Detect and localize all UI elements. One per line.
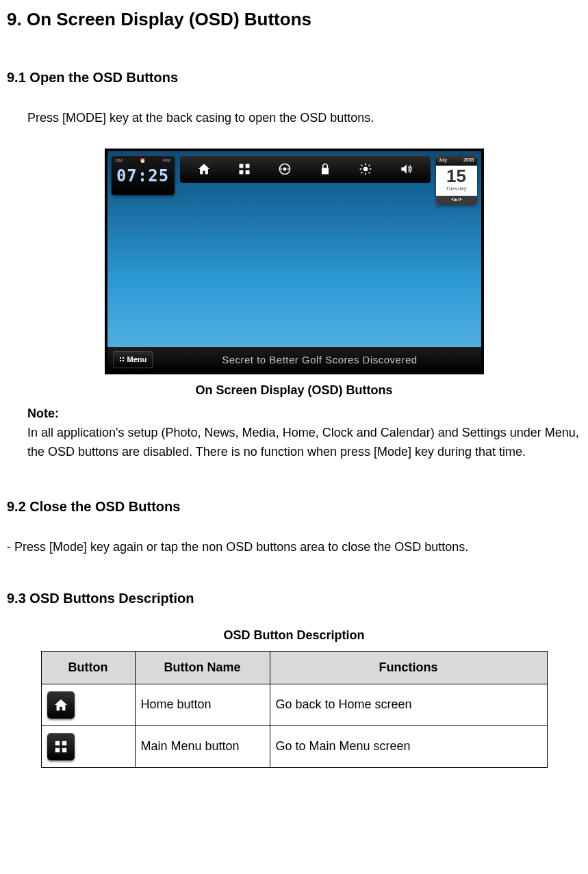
table-row: Home button Go back to Home screen <box>41 684 547 726</box>
menu-button[interactable]: Menu <box>113 351 153 368</box>
section-9-1-heading: 9.1 Open the OSD Buttons <box>7 67 581 88</box>
cell-icon-home <box>41 684 135 726</box>
lock-icon[interactable] <box>315 159 335 179</box>
th-functions: Functions <box>270 651 547 684</box>
grid-icon <box>47 733 75 760</box>
home-icon <box>47 691 75 719</box>
svg-rect-19 <box>55 748 59 752</box>
screenshot-caption: On Screen Display (OSD) Buttons <box>7 381 581 400</box>
svg-rect-0 <box>240 164 244 168</box>
table-row: Main Menu button Go to Main Menu screen <box>41 726 547 768</box>
note-label: Note: <box>27 404 581 424</box>
section-9-3-heading: 9.3 OSD Buttons Description <box>7 588 581 609</box>
clock-widget: AM ⏰ PM 07:25 <box>112 155 175 195</box>
osd-toolbar <box>180 155 431 183</box>
svg-rect-2 <box>240 170 244 175</box>
cell-name: Main Menu button <box>135 726 270 768</box>
svg-line-14 <box>369 172 370 174</box>
close-osd-text: - Press [Mode] key again or tap the non … <box>7 538 581 557</box>
clock-time: 07:25 <box>112 164 175 189</box>
svg-point-7 <box>287 168 289 170</box>
th-button: Button <box>41 651 135 684</box>
section-9-2-heading: 9.2 Close the OSD Buttons <box>7 496 581 517</box>
open-osd-instruction: Press [MODE] key at the back casing to o… <box>27 109 581 128</box>
svg-rect-17 <box>55 741 59 745</box>
table-title: OSD Button Description <box>7 626 581 645</box>
svg-point-5 <box>283 168 287 171</box>
cal-day: 15 <box>436 167 477 185</box>
cell-func: Go to Main Menu screen <box>270 726 547 768</box>
svg-point-6 <box>281 168 282 170</box>
cal-month: July <box>439 157 447 164</box>
svg-point-8 <box>363 167 368 172</box>
calendar-widget: July 2008 15 Tuesday ⟲▸⟳ <box>436 155 477 205</box>
cell-icon-grid <box>41 726 135 768</box>
page-title: 9. On Screen Display (OSD) Buttons <box>7 5 581 33</box>
osd-description-table: Button Button Name Functions Home button… <box>41 651 548 769</box>
grid-icon[interactable] <box>234 159 255 179</box>
svg-line-15 <box>361 172 363 174</box>
svg-rect-3 <box>246 170 250 175</box>
brightness-icon[interactable] <box>355 159 376 179</box>
menu-label: Menu <box>127 354 147 365</box>
cell-name: Home button <box>135 684 270 726</box>
menu-dots-icon <box>119 357 125 362</box>
bottom-bar: Menu Secret to Better Golf Scores Discov… <box>107 347 481 372</box>
svg-rect-18 <box>62 741 66 745</box>
cal-dow: Tuesday <box>436 185 477 193</box>
svg-line-16 <box>369 165 370 166</box>
cal-footer-icon: ⟲▸⟳ <box>436 196 477 205</box>
svg-rect-1 <box>246 164 250 168</box>
svg-line-13 <box>361 165 363 166</box>
home-icon[interactable] <box>194 159 214 179</box>
osd-screenshot: AM ⏰ PM 07:25 <box>105 149 484 374</box>
news-ticker: Secret to Better Golf Scores Discovered <box>158 352 481 368</box>
cal-year: 2008 <box>463 157 474 164</box>
svg-rect-20 <box>62 748 66 752</box>
cell-func: Go back to Home screen <box>270 684 547 726</box>
th-name: Button Name <box>135 651 270 684</box>
note-text: In all application's setup (Photo, News,… <box>27 424 581 462</box>
media-icon[interactable] <box>274 159 295 179</box>
volume-icon[interactable] <box>396 159 416 179</box>
table-header-row: Button Button Name Functions <box>41 651 547 684</box>
